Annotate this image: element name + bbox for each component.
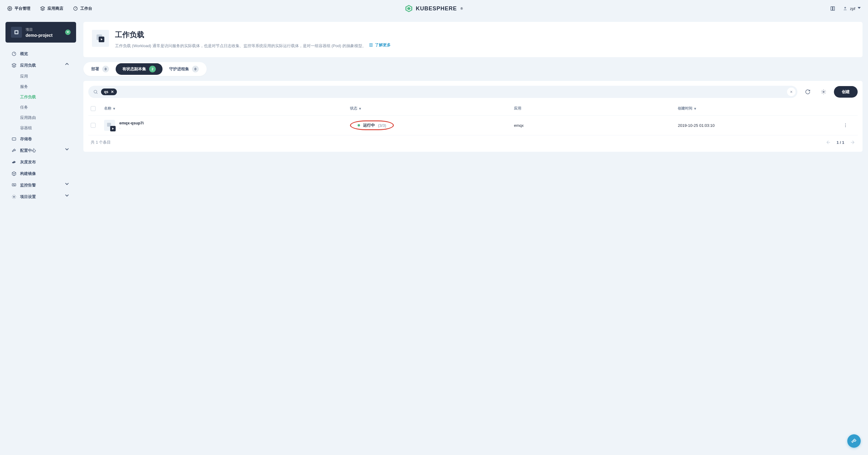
column-created[interactable]: 创建时间▾ bbox=[678, 106, 842, 111]
caret-down-icon bbox=[858, 7, 861, 10]
sidebar-item-image-build[interactable]: 构建镜像 bbox=[5, 168, 76, 180]
row-checkbox[interactable] bbox=[91, 123, 96, 128]
sidebar-item-overview[interactable]: 概览 bbox=[5, 48, 76, 60]
nav-workbench[interactable]: 工作台 bbox=[73, 6, 92, 11]
svg-point-23 bbox=[845, 124, 846, 124]
sidebar-item-label: 工作负载 bbox=[20, 94, 36, 100]
project-selector[interactable]: 项目 demo-project bbox=[5, 22, 76, 42]
user-menu[interactable]: zpf bbox=[843, 6, 861, 11]
workload-icon bbox=[92, 30, 109, 47]
sidebar-item-label: 项目设置 bbox=[20, 194, 36, 199]
table-toolbar: qs ✕ 创建 bbox=[88, 86, 858, 98]
chevron-down-icon bbox=[65, 183, 70, 188]
page-header: 工作负载 工作负载 (Workload) 通常是访问服务的实际载体，也是对节点日… bbox=[83, 22, 863, 57]
monitor-icon bbox=[11, 183, 17, 188]
row-name: emqx-qsup7i bbox=[119, 121, 144, 125]
logo[interactable]: KUBESPHERE® bbox=[405, 5, 463, 12]
table-row[interactable]: emqx-qsup7i - 运行中 (3/3) e bbox=[88, 116, 858, 135]
svg-rect-9 bbox=[12, 138, 16, 140]
row-subtitle: - bbox=[119, 126, 144, 130]
clear-search-button[interactable] bbox=[787, 88, 796, 96]
dashboard-icon bbox=[73, 6, 78, 11]
tab-deployment[interactable]: 部署 0 bbox=[85, 63, 116, 75]
tab-count: 2 bbox=[149, 66, 156, 72]
sidebar-subitem-jobs[interactable]: 任务 bbox=[5, 102, 76, 112]
svg-point-5 bbox=[844, 7, 846, 8]
svg-marker-22 bbox=[112, 128, 114, 130]
sidebar-item-grayscale[interactable]: 灰度发布 bbox=[5, 156, 76, 168]
svg-point-20 bbox=[823, 91, 825, 93]
gear-icon bbox=[7, 6, 12, 11]
sidebar-item-label: 监控告警 bbox=[20, 183, 36, 188]
sidebar-subitem-services[interactable]: 服务 bbox=[5, 82, 76, 92]
workload-icon bbox=[104, 120, 115, 131]
status-dot-icon bbox=[358, 124, 360, 127]
layers-icon bbox=[40, 6, 45, 11]
page-description: 工作负载 (Workload) 通常是访问服务的实际载体，也是对节点日志收集、监… bbox=[115, 42, 854, 49]
sidebar-item-label: 构建镜像 bbox=[20, 171, 36, 176]
chevron-up-icon bbox=[65, 63, 70, 68]
svg-point-16 bbox=[94, 90, 97, 93]
sidebar-item-label: 容器组 bbox=[20, 125, 32, 131]
bird-icon bbox=[11, 160, 17, 165]
dashboard-icon bbox=[11, 52, 17, 56]
create-button-label: 创建 bbox=[842, 90, 850, 94]
caret-down-icon: ▾ bbox=[359, 106, 361, 111]
tab-daemonset[interactable]: 守护进程集 0 bbox=[162, 63, 206, 75]
column-status[interactable]: 状态▾ bbox=[350, 106, 514, 111]
search-tag[interactable]: qs ✕ bbox=[101, 89, 117, 95]
refresh-button[interactable] bbox=[802, 86, 813, 97]
sidebar-item-label: 应用负载 bbox=[20, 63, 36, 68]
sidebar-item-app-workload[interactable]: 应用负载 bbox=[5, 60, 76, 71]
logo-text: KUBESPHERE bbox=[416, 5, 457, 12]
tab-label: 守护进程集 bbox=[169, 66, 189, 72]
stack-icon bbox=[11, 63, 17, 68]
sidebar-subitem-apps[interactable]: 应用 bbox=[5, 71, 76, 82]
guide-icon[interactable] bbox=[830, 6, 835, 11]
table-total: 共 1 个条目 bbox=[91, 140, 111, 145]
select-all-checkbox[interactable] bbox=[91, 106, 96, 111]
sidebar-item-volumes[interactable]: 存储卷 bbox=[5, 133, 76, 145]
sidebar-item-label: 灰度发布 bbox=[20, 159, 36, 165]
page-position: 1 / 1 bbox=[837, 140, 844, 145]
sidebar-item-config[interactable]: 配置中心 bbox=[5, 145, 76, 156]
kubesphere-logo-icon bbox=[405, 5, 413, 12]
nav-appstore[interactable]: 应用商店 bbox=[40, 6, 63, 11]
workload-table-card: qs ✕ 创建 bbox=[83, 81, 863, 152]
search-tag-text: qs bbox=[104, 90, 108, 94]
workload-table: 名称▾ 状态▾ 应用 创建时间▾ emqx-qsup7i bbox=[88, 102, 858, 147]
row-more-button[interactable] bbox=[842, 122, 849, 129]
svg-point-12 bbox=[13, 196, 14, 197]
settings-button[interactable] bbox=[818, 86, 829, 97]
user-icon bbox=[843, 6, 847, 11]
sidebar-subitem-workloads[interactable]: 工作负载 bbox=[5, 92, 76, 102]
logo-tm-icon: ® bbox=[461, 7, 463, 10]
book-icon bbox=[369, 43, 373, 47]
table-header: 名称▾ 状态▾ 应用 创建时间▾ bbox=[88, 102, 858, 116]
project-text: 项目 demo-project bbox=[26, 27, 53, 38]
learn-more-link[interactable]: 了解更多 bbox=[369, 42, 391, 48]
sidebar-subitem-pods[interactable]: 容器组 bbox=[5, 123, 76, 133]
tab-label: 部署 bbox=[91, 66, 99, 72]
column-name[interactable]: 名称▾ bbox=[104, 106, 350, 111]
tab-statefulset[interactable]: 有状态副本集 2 bbox=[116, 63, 162, 75]
page-next-button[interactable] bbox=[850, 140, 855, 145]
search-bar[interactable]: qs ✕ bbox=[88, 86, 797, 98]
search-tag-remove-icon[interactable]: ✕ bbox=[111, 90, 114, 94]
cube-icon bbox=[11, 171, 17, 176]
project-icon bbox=[11, 27, 22, 38]
caret-down-icon: ▾ bbox=[113, 106, 115, 111]
caret-down-icon: ▾ bbox=[694, 106, 696, 111]
top-nav-left: 平台管理 应用商店 工作台 bbox=[7, 6, 92, 11]
nav-platform-label: 平台管理 bbox=[14, 6, 30, 11]
nav-platform[interactable]: 平台管理 bbox=[7, 6, 30, 11]
sidebar-item-monitoring[interactable]: 监控告警 bbox=[5, 180, 76, 191]
tab-count: 0 bbox=[192, 66, 199, 72]
sidebar-item-label: 任务 bbox=[20, 105, 28, 110]
page-prev-button[interactable] bbox=[826, 140, 831, 145]
row-status-text: 运行中 bbox=[363, 123, 375, 128]
create-button[interactable]: 创建 bbox=[834, 86, 858, 98]
sidebar-item-project-settings[interactable]: 项目设置 bbox=[5, 191, 76, 202]
play-badge-icon bbox=[110, 126, 116, 131]
sidebar-subitem-routes[interactable]: 应用路由 bbox=[5, 112, 76, 123]
